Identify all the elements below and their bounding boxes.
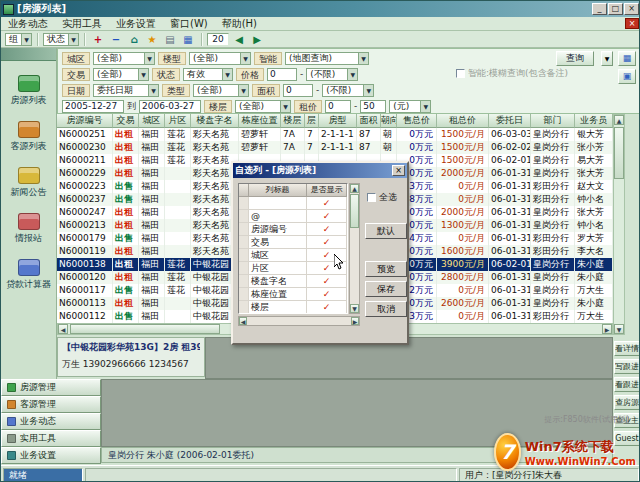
- visible-check-icon[interactable]: ✓: [307, 288, 347, 301]
- view-followup-button[interactable]: 看跟进: [614, 377, 640, 392]
- price-min-input[interactable]: 0: [267, 68, 297, 81]
- area-max-combobox[interactable]: (不限)▼: [322, 84, 374, 97]
- type-combobox[interactable]: (全部)▼: [193, 84, 249, 97]
- column-header-facing[interactable]: 朝向: [381, 114, 397, 128]
- menu-item[interactable]: 窗口(W): [163, 17, 215, 30]
- scroll-left-icon[interactable]: ◀: [239, 317, 247, 325]
- group-combobox[interactable]: 组 ▼: [5, 33, 32, 46]
- visible-check-icon[interactable]: ✓: [307, 210, 347, 223]
- column-header-area[interactable]: 面积: [357, 114, 381, 128]
- sidebar-item-news[interactable]: 新闻公告: [1, 167, 56, 199]
- fuzzy-search-option[interactable]: 智能:模糊查询(包含备注): [456, 67, 568, 80]
- column-header-district[interactable]: 城区: [139, 114, 165, 128]
- smart-combobox[interactable]: (地图查询)▼: [285, 52, 369, 65]
- column-option-row[interactable]: 房源编号 ✓: [239, 223, 347, 236]
- vertical-scrollbar[interactable]: ▲ ▼: [613, 114, 625, 335]
- column-header-zone[interactable]: 片区: [165, 114, 191, 128]
- print-icon[interactable]: ▤: [162, 32, 178, 47]
- save-button[interactable]: 保存: [365, 281, 407, 297]
- minimize-button[interactable]: _: [592, 3, 607, 15]
- column-header-agent[interactable]: 业务员: [575, 114, 613, 128]
- column-header-level[interactable]: 层: [305, 114, 319, 128]
- grid-icon[interactable]: ▦: [180, 32, 196, 47]
- preview-button[interactable]: 预览: [365, 261, 407, 277]
- status-combobox[interactable]: 状态 ▼: [43, 33, 79, 46]
- close-button[interactable]: ×: [624, 3, 639, 15]
- column-header-floor[interactable]: 楼层: [281, 114, 305, 128]
- map-query-icon[interactable]: ▦: [618, 51, 636, 66]
- column-header-layout[interactable]: 房型: [319, 114, 357, 128]
- maximize-button[interactable]: □: [608, 3, 623, 15]
- menu-item[interactable]: 实用工具: [55, 17, 109, 30]
- scroll-up-icon[interactable]: ▲: [350, 184, 359, 193]
- rent-price-min-input[interactable]: 0: [325, 100, 351, 113]
- date-from-input[interactable]: 2005-12-27: [62, 100, 124, 113]
- fuzzy-checkbox[interactable]: [456, 69, 465, 78]
- column-header-house-id[interactable]: 房源编号: [57, 114, 113, 128]
- dialog-close-icon[interactable]: ×: [392, 165, 405, 176]
- date-mode-combobox[interactable]: 委托日期▼: [93, 84, 159, 97]
- floor-combobox[interactable]: (全部)▼: [235, 100, 291, 113]
- scroll-left-icon[interactable]: ◀: [58, 324, 68, 334]
- scroll-right-icon[interactable]: ▶: [602, 324, 612, 334]
- navbar-business-news[interactable]: 业务动态: [1, 413, 101, 430]
- page-size-box[interactable]: 20: [207, 33, 229, 46]
- default-button[interactable]: 默认: [365, 223, 407, 239]
- list-query-icon[interactable]: ▣: [618, 69, 636, 84]
- navbar-settings[interactable]: 业务设置: [1, 447, 101, 464]
- cancel-button[interactable]: 取消: [365, 301, 407, 317]
- table-row[interactable]: N6000251 出租 福田 莲花 彩天名苑 碧萝轩 7A 7 2-1-1-1 …: [57, 128, 613, 141]
- date-to-input[interactable]: 2006-03-27: [139, 100, 201, 113]
- visible-check-icon[interactable]: ✓: [307, 301, 347, 314]
- column-header-department[interactable]: 部门: [531, 114, 575, 128]
- column-option-row[interactable]: 栋座位置 ✓: [239, 288, 347, 301]
- scrollbar-thumb[interactable]: [614, 127, 624, 179]
- table-row[interactable]: N6000230 出租 福田 莲花 彩天名苑 碧萝轩 7A 7 2-1-1-1 …: [57, 141, 613, 154]
- menu-close-icon[interactable]: ×: [625, 18, 639, 29]
- column-header-sale-price[interactable]: 售总价: [397, 114, 437, 128]
- trade-combobox[interactable]: (全部)▼: [93, 68, 149, 81]
- search-house-button[interactable]: 查房源: [614, 395, 640, 410]
- prev-record-icon[interactable]: ◀: [231, 32, 247, 47]
- dialog-horizontal-scrollbar[interactable]: ◀ ▶: [238, 316, 360, 326]
- sidebar-item-info-station[interactable]: 情报站: [1, 213, 56, 245]
- column-header-rent-price[interactable]: 租总价: [437, 114, 489, 128]
- column-header-trade[interactable]: 交易: [113, 114, 139, 128]
- add-icon[interactable]: +: [90, 32, 106, 47]
- column-header-estate[interactable]: 楼盘字名: [191, 114, 239, 128]
- scroll-up-icon[interactable]: ▲: [614, 115, 624, 125]
- scroll-down-icon[interactable]: ▼: [614, 324, 624, 334]
- menu-item[interactable]: 业务设置: [109, 17, 163, 30]
- rent-price-max-input[interactable]: 50: [360, 100, 386, 113]
- visible-check-icon[interactable]: ✓: [307, 223, 347, 236]
- column-header-entrust-date[interactable]: 委托日: [489, 114, 531, 128]
- visible-check-icon[interactable]: ✓: [307, 275, 347, 288]
- unit-combobox[interactable]: (元)▼: [389, 100, 431, 113]
- menu-item[interactable]: 业务动态: [1, 17, 55, 30]
- search-button[interactable]: 查询: [556, 51, 594, 66]
- scrollbar-thumb[interactable]: [70, 324, 220, 334]
- navbar-client-management[interactable]: 客源管理: [1, 396, 101, 413]
- sidebar-item-client-list[interactable]: 客源列表: [1, 121, 56, 153]
- view-detail-button[interactable]: 看详情: [614, 341, 640, 356]
- building-type-combobox[interactable]: (全部)▼: [189, 52, 251, 65]
- area-min-input[interactable]: 0: [283, 84, 313, 97]
- column-option-row[interactable]: 城区 ✓: [239, 249, 347, 262]
- column-option-row[interactable]: 片区 ✓: [239, 262, 347, 275]
- scroll-down-icon[interactable]: ▼: [350, 304, 359, 313]
- district-combobox[interactable]: (全部)▼: [93, 52, 155, 65]
- status-filter-combobox[interactable]: 有效▼: [183, 68, 233, 81]
- column-option-row[interactable]: @ ✓: [239, 210, 347, 223]
- write-followup-button[interactable]: 写跟进: [614, 359, 640, 374]
- column-option-row[interactable]: ✓: [239, 197, 347, 210]
- navbar-tools[interactable]: 实用工具: [1, 430, 101, 447]
- scroll-right-icon[interactable]: ▶: [351, 317, 359, 325]
- sidebar-item-loan-calculator[interactable]: 贷款计算器: [1, 259, 56, 291]
- sidebar-item-house-list[interactable]: 房源列表: [1, 75, 56, 107]
- visible-check-icon[interactable]: ✓: [307, 236, 347, 249]
- dialog-title-bar[interactable]: 自选列 - [房源列表] ×: [233, 163, 407, 178]
- select-all-checkbox[interactable]: [367, 193, 376, 202]
- visible-check-icon[interactable]: ✓: [307, 197, 347, 210]
- menu-item[interactable]: 帮助(H): [215, 17, 264, 30]
- next-record-icon[interactable]: ▶: [249, 32, 265, 47]
